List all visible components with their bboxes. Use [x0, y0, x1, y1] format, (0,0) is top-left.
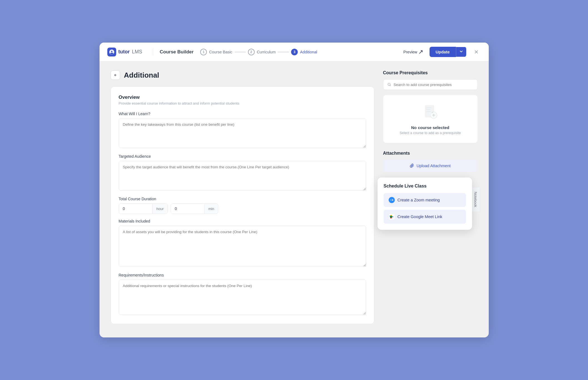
step-1: 1 Course Basic	[200, 49, 232, 55]
page-title: Additional	[124, 71, 159, 80]
header: tutor LMS Course Builder 1 Course Basic …	[100, 43, 489, 61]
app-window: tutor LMS Course Builder 1 Course Basic …	[100, 43, 489, 337]
step-2-label: Curriculum	[257, 50, 276, 54]
header-actions: Preview Update ✕	[400, 46, 481, 58]
prerequisites-title: Course Prerequisites	[383, 70, 478, 75]
step-3: 3 Additional	[291, 49, 317, 55]
zoom-logo	[390, 198, 394, 202]
schedule-live-class-popup: Schedule Live Class Create a Zoom meetin…	[378, 177, 472, 230]
create-google-meet-button[interactable]: Create Google Meet Link	[384, 210, 466, 224]
update-dropdown-button[interactable]	[456, 47, 466, 57]
step-3-label: Additional	[300, 50, 317, 54]
zoom-meeting-label: Create a Zoom meeting	[398, 198, 440, 202]
targeted-audience-label: Targeted Audience	[119, 154, 366, 159]
create-zoom-meeting-button[interactable]: Create a Zoom meeting	[384, 193, 466, 207]
step-2-circle: 2	[248, 49, 255, 55]
what-will-learn-input[interactable]	[119, 118, 366, 148]
left-panel: Additional Overview Provide essential co…	[111, 70, 374, 329]
close-button[interactable]: ✕	[472, 46, 481, 58]
step-1-circle: 1	[200, 49, 207, 55]
materials-included-label: Materials Included	[119, 219, 366, 223]
targeted-audience-input[interactable]	[119, 161, 366, 191]
search-prerequisites-input[interactable]	[393, 83, 473, 87]
preview-label: Preview	[403, 50, 417, 54]
logo-tutor-text: tutor	[118, 49, 130, 55]
attachments-section: Attachments Upload Attachment	[383, 151, 478, 172]
right-panel: Course Prerequisites No course selected	[383, 70, 478, 329]
requirements-label: Requirements/Instructions	[119, 273, 366, 277]
step-1-number: 1	[203, 50, 205, 54]
min-input-wrap: min	[171, 203, 219, 214]
min-unit-label: min	[204, 204, 218, 214]
step-connector-1	[235, 52, 246, 52]
step-2: 2 Curriculum	[248, 49, 276, 55]
duration-row: hour min	[119, 203, 366, 214]
svg-rect-5	[426, 111, 431, 112]
update-btn-group: Update	[430, 47, 466, 57]
logo-area: tutor LMS	[107, 48, 146, 56]
attachments-title: Attachments	[383, 151, 478, 156]
upload-attachment-label: Upload Attachment	[416, 164, 451, 168]
step-connector-2	[278, 52, 289, 52]
step-3-circle: 3	[291, 49, 298, 55]
no-course-box: No course selected Select a course to ad…	[383, 95, 478, 143]
hour-input[interactable]	[119, 204, 152, 214]
external-link-icon	[419, 50, 423, 54]
notebook-tab[interactable]: Notebook	[471, 187, 480, 212]
schedule-popup-title: Schedule Live Class	[384, 184, 466, 189]
step-2-number: 2	[250, 50, 252, 54]
no-course-title: No course selected	[389, 125, 472, 130]
overview-title: Overview	[119, 95, 366, 100]
google-meet-label: Create Google Meet Link	[398, 214, 442, 219]
svg-rect-4	[426, 109, 430, 110]
header-divider	[153, 48, 153, 56]
hour-unit-label: hour	[152, 204, 168, 214]
no-course-illustration	[421, 103, 439, 121]
paperclip-icon	[410, 164, 414, 168]
google-meet-icon	[389, 214, 395, 220]
google-meet-logo	[389, 214, 395, 219]
course-builder-title: Course Builder	[160, 49, 194, 55]
stepper: 1 Course Basic 2 Curriculum 3 Additional	[200, 49, 393, 55]
upload-attachment-button[interactable]: Upload Attachment	[383, 160, 478, 172]
total-duration-label: Total Course Duration	[119, 197, 366, 201]
what-will-learn-label: What Will I Learn?	[119, 112, 366, 116]
overview-card: Overview Provide essential course inform…	[111, 87, 374, 324]
svg-rect-0	[107, 48, 116, 56]
search-icon	[387, 82, 391, 87]
step-3-number: 3	[294, 50, 296, 54]
page-header: Additional	[111, 70, 374, 80]
min-input[interactable]	[171, 204, 204, 214]
overview-subtitle: Provide essential course information to …	[119, 101, 366, 105]
back-button[interactable]	[111, 70, 120, 80]
update-button[interactable]: Update	[430, 47, 456, 57]
preview-button[interactable]: Preview	[400, 48, 426, 56]
requirements-input[interactable]	[119, 280, 366, 315]
search-prerequisites-wrap	[383, 79, 478, 90]
svg-rect-3	[426, 107, 431, 108]
zoom-icon	[389, 197, 395, 203]
step-1-label: Course Basic	[209, 50, 232, 54]
main-content: Additional Overview Provide essential co…	[100, 61, 489, 337]
hour-input-wrap: hour	[119, 203, 168, 214]
materials-included-input[interactable]	[119, 226, 366, 267]
no-course-subtitle: Select a course to add as a prerequisite	[389, 131, 472, 135]
logo-lms-text: LMS	[132, 49, 142, 55]
chevron-down-icon	[460, 50, 463, 53]
arrow-left-icon	[113, 73, 117, 77]
tutor-logo-icon	[107, 48, 116, 56]
